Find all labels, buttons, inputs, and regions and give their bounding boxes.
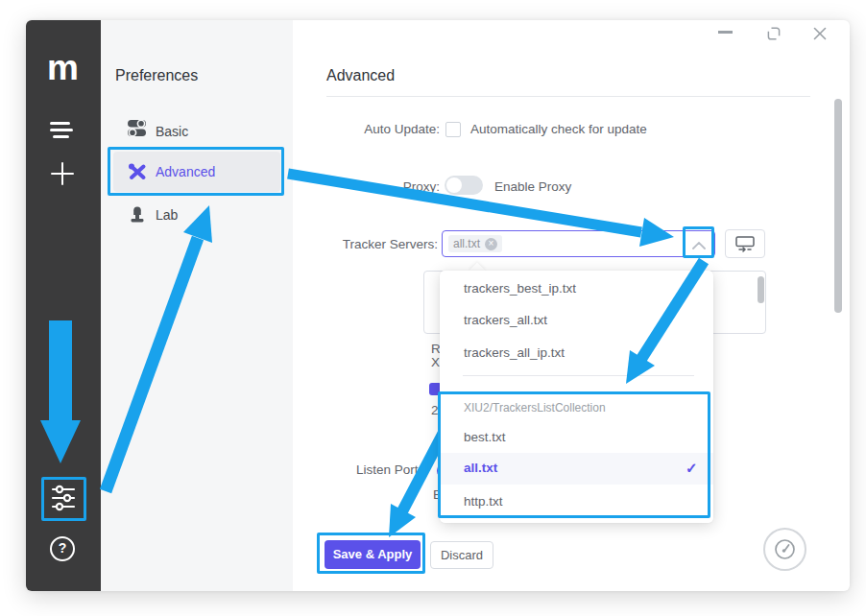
- speed-limit-button[interactable]: [763, 528, 806, 571]
- page-title: Advanced: [326, 67, 395, 84]
- minimize-button[interactable]: [718, 31, 733, 34]
- page: { "window": { "controls": {"minimize": "…: [0, 0, 866, 616]
- discard-button[interactable]: Discard: [430, 541, 493, 569]
- proxy-toggle-label: Enable Proxy: [494, 179, 571, 194]
- tools-icon: [127, 162, 148, 181]
- title-divider: [326, 96, 810, 97]
- auto-update-checkbox[interactable]: [445, 122, 461, 137]
- occluded-text: 2: [431, 403, 439, 417]
- help-icon[interactable]: ?: [50, 536, 75, 561]
- nav-item-label: Advanced: [156, 164, 215, 179]
- dropdown-divider: [463, 375, 694, 376]
- selected-tag-label: all.txt: [453, 237, 480, 250]
- occluded-text: X: [431, 355, 440, 369]
- close-button[interactable]: [813, 27, 827, 40]
- preferences-icon[interactable]: [50, 484, 77, 512]
- lab-icon: [129, 205, 146, 225]
- dropdown-item[interactable]: trackers_all.txt: [464, 313, 547, 327]
- auto-update-checkbox-label: Automatically check for update: [470, 122, 647, 136]
- speedometer-icon: [773, 537, 797, 561]
- proxy-toggle-knob: [446, 178, 462, 193]
- textarea-scrollbar[interactable]: [758, 276, 764, 303]
- listen-ports-label: Listen Ports:: [317, 462, 428, 477]
- sync-icon: [735, 236, 755, 252]
- chevron-up-icon[interactable]: [692, 242, 706, 249]
- prefs-title: Preferences: [115, 67, 198, 84]
- selected-tag: all.txt ×: [448, 235, 502, 252]
- sync-trackers-button[interactable]: [725, 229, 765, 258]
- maximize-button[interactable]: [767, 27, 781, 40]
- auto-update-label: Auto Update:: [317, 122, 440, 136]
- add-task-icon[interactable]: [51, 162, 74, 185]
- nav-item-lab[interactable]: Lab: [113, 199, 280, 231]
- dropdown-item-label: all.txt: [464, 461, 497, 475]
- save-apply-button[interactable]: Save & Apply: [325, 540, 421, 569]
- tracker-dropdown: trackers_best_ip.txt trackers_all.txt tr…: [440, 271, 713, 523]
- tag-close-icon[interactable]: ×: [485, 238, 497, 250]
- dropdown-item-selected[interactable]: all.txt ✓: [440, 453, 713, 485]
- nav-item-label: Basic: [156, 124, 188, 139]
- dropdown-group-label: XIU2/TrackersListCollection: [464, 401, 606, 415]
- nav-item-label: Lab: [156, 207, 178, 223]
- task-list-icon[interactable]: [50, 120, 75, 139]
- nav-item-basic[interactable]: Basic: [113, 115, 280, 148]
- dropdown-item[interactable]: trackers_all_ip.txt: [464, 345, 565, 360]
- main-scrollbar[interactable]: [834, 99, 842, 313]
- app-logo: m: [43, 50, 82, 88]
- tracker-servers-label: Tracker Servers:: [317, 237, 438, 251]
- proxy-toggle[interactable]: [445, 176, 483, 195]
- tracker-servers-select[interactable]: all.txt ×: [442, 230, 715, 257]
- check-icon: ✓: [686, 460, 698, 477]
- dropdown-item[interactable]: trackers_best_ip.txt: [464, 281, 576, 296]
- proxy-label: Proxy:: [317, 179, 440, 194]
- nav-item-advanced[interactable]: Advanced: [113, 152, 280, 192]
- dropdown-item[interactable]: http.txt: [464, 494, 503, 509]
- dropdown-item[interactable]: best.txt: [464, 430, 506, 444]
- preferences-panel: [101, 20, 293, 591]
- toggles-icon: [127, 119, 147, 137]
